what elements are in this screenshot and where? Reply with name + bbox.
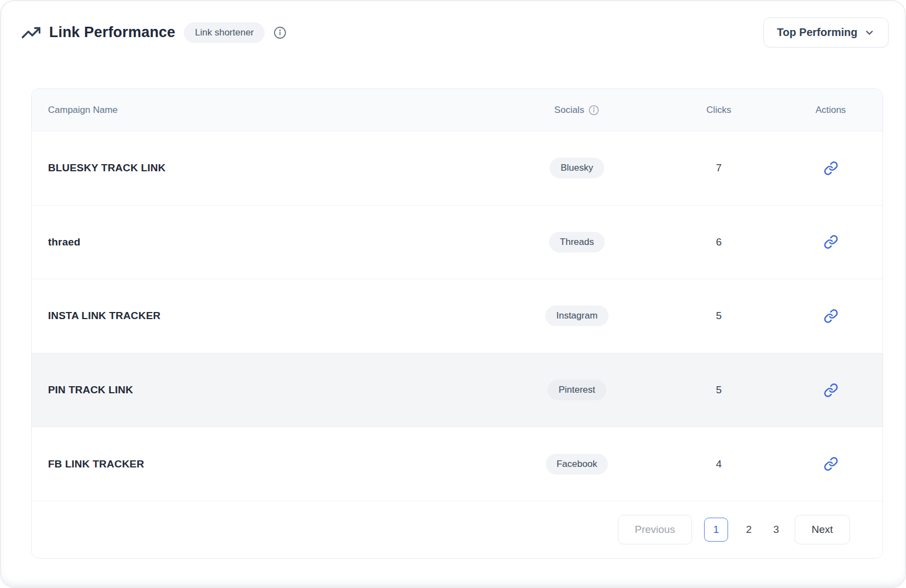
copy-link-button[interactable] (821, 454, 841, 473)
actions-cell (779, 454, 883, 473)
actions-cell (779, 307, 883, 326)
copy-link-button[interactable] (821, 232, 841, 251)
social-badge: Threads (549, 232, 605, 253)
clicks-value: 4 (659, 458, 779, 470)
table-row[interactable]: INSTA LINK TRACKER Instagram 5 (32, 279, 883, 353)
page-number-3[interactable]: 3 (770, 524, 783, 536)
copy-link-button[interactable] (821, 307, 841, 326)
social-cell: Bluesky (495, 158, 659, 178)
link-shortener-badge: Link shortener (184, 22, 265, 43)
campaign-name: thraed (32, 236, 495, 248)
clicks-value: 6 (659, 236, 779, 248)
info-icon[interactable] (273, 26, 287, 39)
page-number-list: 1 2 3 (704, 518, 783, 542)
top-performing-dropdown[interactable]: Top Performing (764, 17, 889, 47)
panel-header-left: Link Performance Link shortener (22, 22, 287, 43)
actions-cell (779, 159, 883, 178)
column-header-actions: Actions (779, 105, 883, 116)
link-performance-table: Campaign Name Socials Clicks Actions BLU… (31, 88, 883, 559)
social-cell: Pinterest (495, 380, 659, 400)
social-badge: Bluesky (550, 158, 604, 178)
column-header-campaign-name: Campaign Name (32, 105, 495, 116)
social-cell: Instagram (495, 305, 659, 326)
pagination: Previous 1 2 3 Next (32, 501, 883, 558)
link-icon (824, 161, 838, 176)
column-header-socials-label: Socials (555, 105, 585, 116)
page-number-1[interactable]: 1 (704, 518, 728, 542)
copy-link-button[interactable] (821, 381, 841, 400)
actions-cell (779, 232, 883, 251)
social-badge: Facebook (546, 454, 609, 475)
page-title: Link Performance (49, 24, 175, 41)
link-performance-panel: Link Performance Link shortener Top Perf… (0, 0, 906, 588)
campaign-name: INSTA LINK TRACKER (32, 310, 495, 322)
next-page-button[interactable]: Next (795, 515, 850, 544)
table-body: BLUESKY TRACK LINK Bluesky 7 (32, 131, 883, 501)
trending-up-icon (22, 23, 40, 42)
social-cell: Threads (495, 232, 659, 253)
table-row[interactable]: PIN TRACK LINK Pinterest 5 (32, 353, 883, 428)
chevron-down-icon (864, 27, 875, 38)
table-row[interactable]: BLUESKY TRACK LINK Bluesky 7 (32, 131, 883, 206)
campaign-name: BLUESKY TRACK LINK (32, 162, 495, 174)
link-icon (824, 235, 838, 249)
link-icon (824, 457, 838, 471)
social-cell: Facebook (495, 454, 659, 475)
panel-header: Link Performance Link shortener Top Perf… (1, 1, 905, 47)
clicks-value: 7 (659, 162, 779, 174)
top-performing-dropdown-label: Top Performing (777, 26, 857, 39)
table-header-row: Campaign Name Socials Clicks Actions (32, 89, 883, 131)
column-header-socials: Socials (495, 105, 659, 116)
copy-link-button[interactable] (821, 159, 841, 178)
link-icon (824, 383, 838, 398)
socials-info-icon[interactable] (588, 105, 599, 116)
social-badge: Pinterest (547, 380, 606, 400)
table-row[interactable]: FB LINK TRACKER Facebook 4 (32, 427, 883, 501)
column-header-clicks: Clicks (659, 105, 779, 116)
actions-cell (779, 381, 883, 400)
social-badge: Instagram (545, 305, 609, 326)
previous-page-button[interactable]: Previous (618, 515, 692, 544)
link-icon (824, 309, 838, 323)
page-number-2[interactable]: 2 (742, 524, 755, 536)
table-row[interactable]: thraed Threads 6 (32, 206, 883, 280)
campaign-name: PIN TRACK LINK (32, 384, 495, 396)
clicks-value: 5 (659, 310, 779, 322)
clicks-value: 5 (659, 384, 779, 396)
campaign-name: FB LINK TRACKER (32, 458, 495, 470)
